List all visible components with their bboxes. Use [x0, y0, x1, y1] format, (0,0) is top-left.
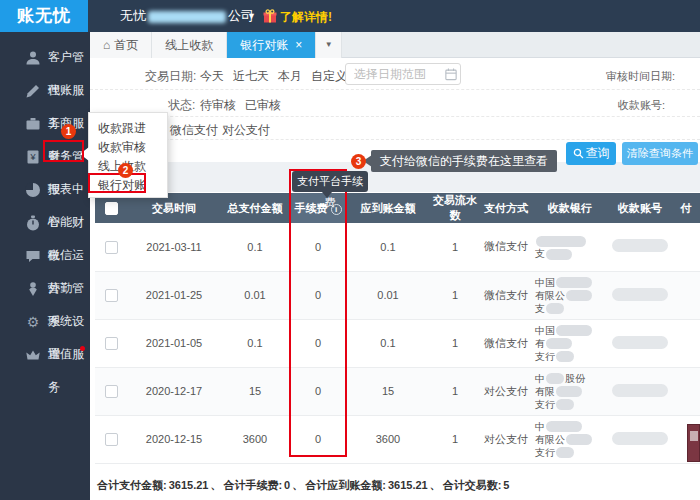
cell-account: [608, 319, 672, 367]
redacted-text: [556, 399, 574, 410]
calendar-icon[interactable]: [445, 67, 457, 81]
sidebar-item-finance[interactable]: ¥ 财务管理: [0, 140, 90, 173]
redacted-account: [612, 384, 668, 397]
table-row: 2021-01-05 0.1 0 0.1 1 微信支付 中国 有 支行: [95, 319, 700, 367]
redacted-text: [556, 277, 592, 288]
col-header-total[interactable]: 总支付金额: [220, 193, 290, 223]
cell-fee: 0: [290, 271, 346, 319]
redacted-account: [612, 288, 668, 301]
annotation-step-1: 1: [61, 124, 76, 139]
notification-dot: [80, 346, 85, 351]
row-checkbox[interactable]: [105, 241, 118, 254]
row-checkbox[interactable]: [105, 433, 118, 446]
submenu-collection-audit[interactable]: 收款审核: [89, 138, 167, 157]
date-range-input[interactable]: [345, 63, 461, 85]
cell-account: [608, 271, 672, 319]
company-selector[interactable]: 无忧公司: [120, 0, 254, 32]
paytab-wechat[interactable]: 微信支付: [170, 122, 218, 139]
cell-payer: [672, 319, 700, 367]
cell-date: 2021-03-11: [128, 223, 220, 271]
summary-net-value: 3615.21: [388, 479, 428, 491]
row-checkbox[interactable]: [105, 337, 118, 350]
cell-account: [608, 367, 672, 415]
col-header-account[interactable]: 收款账号: [608, 193, 672, 223]
row-checkbox[interactable]: [105, 289, 118, 302]
table-row: 2020-12-17 15 0 15 1 对公支付 中股份 有限 支行: [95, 367, 700, 415]
sidebar-item-business[interactable]: 工商服务: [0, 107, 90, 140]
sidebar-item-bookkeeping[interactable]: 代账服务: [0, 74, 90, 107]
redacted-text: [546, 303, 564, 314]
chevron-down-icon: ▼: [325, 40, 333, 49]
cell-method: 对公支付: [480, 415, 532, 463]
filter-row-status: 状态: 待审核 已审核 收款账号:: [90, 90, 700, 117]
brand-logo: 账无忧: [0, 0, 88, 32]
ledger-icon: ¥: [25, 149, 41, 165]
row-checkbox[interactable]: [105, 385, 118, 398]
fee-header-label: 手续费: [295, 202, 328, 214]
sidebar-item-wechat[interactable]: 微信运营: [0, 239, 90, 272]
avatar-thumbnail: [687, 424, 700, 462]
sidebar: 客户管理 代账服务 工商服务 ¥ 财务管理 报表中心: [0, 32, 90, 500]
company-name-redacted: [148, 11, 226, 23]
date-option-today[interactable]: 今天: [200, 68, 224, 85]
date-option-month[interactable]: 本月: [278, 68, 302, 85]
cell-account: [608, 415, 672, 463]
redacted-text: [556, 386, 582, 397]
date-filter-label: 交易日期:: [145, 68, 196, 85]
crown-icon: [25, 347, 41, 363]
cell-bank: 中国 有 支行: [532, 319, 608, 367]
fee-tooltip-arrow: [322, 192, 332, 198]
sidebar-item-field-work[interactable]: 外勤管理: [0, 272, 90, 305]
date-option-custom[interactable]: 自定义: [311, 68, 347, 85]
cell-date: 2021-01-05: [128, 319, 220, 367]
redacted-text: [546, 373, 564, 384]
clear-filters-button[interactable]: 清除查询条件: [622, 142, 698, 165]
close-tab-icon[interactable]: ×: [295, 38, 302, 52]
promo-link[interactable]: 了解详情!: [263, 0, 332, 32]
col-header-fee[interactable]: 手续费i: [290, 193, 346, 223]
sidebar-item-reports[interactable]: 报表中心: [0, 173, 90, 206]
sidebar-item-settings[interactable]: ⚙ 系统设置: [0, 305, 90, 338]
paytab-corporate[interactable]: 对公支付: [222, 122, 270, 139]
col-header-count[interactable]: 交易流水数: [430, 193, 480, 223]
status-option-audited[interactable]: 已审核: [245, 97, 281, 114]
redacted-text: [566, 434, 592, 445]
topbar: 账无忧 无忧公司 ▼ 了解详情!: [0, 0, 700, 32]
cell-total: 3600: [220, 415, 290, 463]
sidebar-item-value-added[interactable]: 增值服务: [0, 338, 90, 371]
sidebar-item-customers[interactable]: 客户管理: [0, 41, 90, 74]
tab-list-caret[interactable]: ▼: [316, 32, 342, 58]
briefcase-icon: [25, 116, 41, 132]
col-header-payer[interactable]: 付: [672, 193, 700, 223]
promo-label: 了解详情!: [280, 10, 332, 24]
cell-payer: [672, 271, 700, 319]
col-header-net[interactable]: 应到账金额: [346, 193, 430, 223]
tab-home[interactable]: ⌂首页: [90, 32, 152, 58]
redacted-text: [546, 249, 572, 260]
cell-count: 1: [430, 367, 480, 415]
submenu-collection-follow[interactable]: 收款跟进: [89, 119, 167, 138]
redacted-text: [546, 421, 582, 432]
cell-method: 微信支付: [480, 319, 532, 367]
tab-online-collection[interactable]: 线上收款: [152, 32, 227, 58]
search-button[interactable]: 查询: [566, 142, 616, 165]
company-caret-icon[interactable]: ▼: [247, 0, 256, 32]
summary-pay-value: 3615.21: [169, 479, 209, 491]
search-button-label: 查询: [586, 146, 610, 160]
col-header-method[interactable]: 支付方式: [480, 193, 532, 223]
redacted-account: [612, 239, 668, 252]
col-header-bank[interactable]: 收款银行: [532, 193, 608, 223]
status-option-pending[interactable]: 待审核: [200, 97, 236, 114]
select-all-checkbox[interactable]: [105, 202, 118, 215]
sidebar-item-smart-tax[interactable]: 智能财税: [0, 206, 90, 239]
summary-net-label: 合计应到账金额:: [305, 479, 386, 491]
tab-bank-reconciliation[interactable]: 银行对账×: [227, 32, 316, 58]
cell-date: 2021-01-25: [128, 271, 220, 319]
redacted-text: [536, 236, 586, 247]
submenu-bank-reconciliation[interactable]: 银行对账: [89, 176, 167, 195]
finance-submenu: 收款跟进 收款审核 线上收款 银行对账: [88, 112, 168, 198]
status-filter-label: 状态:: [168, 97, 195, 114]
date-option-7days[interactable]: 近七天: [233, 68, 269, 85]
redacted-text: [546, 338, 572, 349]
gear-icon: ⚙: [25, 314, 41, 330]
